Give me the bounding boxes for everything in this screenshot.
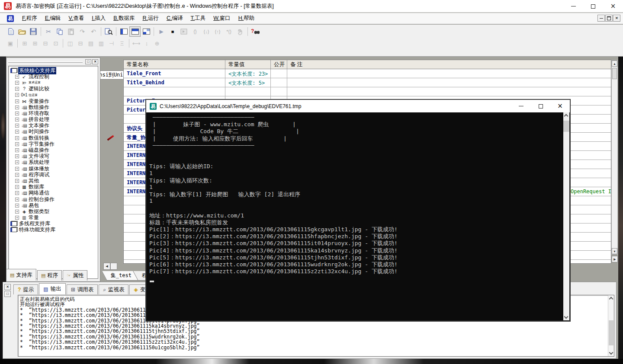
- col-header-remark[interactable]: 备 注: [287, 60, 611, 69]
- size-width-icon[interactable]: ⟷: [131, 38, 141, 48]
- col-header-value[interactable]: 常量值: [225, 60, 271, 69]
- panel-tab[interactable]: ▤ 程序: [37, 270, 62, 281]
- expand-plus-icon[interactable]: +: [15, 105, 19, 109]
- tree-node[interactable]: + ▦ 数据库: [10, 184, 98, 190]
- expand-plus-icon[interactable]: +: [15, 198, 19, 201]
- expand-plus-icon[interactable]: +: [15, 160, 19, 164]
- cell-remark[interactable]: [287, 69, 611, 78]
- paste-icon[interactable]: [65, 26, 77, 37]
- debug-tab[interactable]: ⌕ 监视表: [99, 284, 128, 294]
- panel-grip[interactable]: [8, 61, 83, 63]
- expand-plus-icon[interactable]: +: [15, 216, 19, 220]
- scroll-thumb[interactable]: [110, 263, 117, 270]
- tree-node[interactable]: + ↓▤ 时间操作: [10, 129, 98, 135]
- cell-public[interactable]: [271, 78, 287, 87]
- align-grid-icon[interactable]: ▣: [5, 38, 16, 48]
- scroll-thumb[interactable]: [609, 320, 613, 345]
- panel-tab[interactable]: ☞ 属性: [63, 270, 87, 281]
- debug-tab[interactable]: ▤ 输出: [39, 283, 65, 294]
- stop-icon[interactable]: ■: [167, 26, 178, 37]
- console-minimize-button[interactable]: [511, 100, 531, 112]
- cell-remark[interactable]: [287, 78, 611, 87]
- table-row[interactable]: Tiele_Front <文本长度: 23>: [124, 69, 611, 78]
- align-left-icon[interactable]: ⊞: [19, 38, 30, 48]
- expand-plus-icon[interactable]: +: [15, 173, 19, 177]
- mdi-minimize-button[interactable]: [597, 15, 605, 22]
- expand-plus-icon[interactable]: +: [15, 185, 19, 189]
- expand-plus-icon[interactable]: +: [15, 142, 19, 146]
- console-close-button[interactable]: ×: [550, 100, 570, 112]
- menu-item[interactable]: E.编辑: [41, 13, 65, 23]
- console-vscrollbar[interactable]: [563, 112, 569, 320]
- tree-node[interactable]: + ↓▤ 字节集操作: [10, 141, 98, 147]
- scroll-down-icon[interactable]: [564, 315, 568, 319]
- same-height-icon[interactable]: ▥: [96, 38, 106, 48]
- table-vscrollbar[interactable]: ▲ ▼: [611, 60, 618, 255]
- debug-tab[interactable]: ? 提示: [13, 284, 38, 294]
- menu-item[interactable]: F.程序: [18, 13, 41, 23]
- cell-public[interactable]: [271, 87, 287, 96]
- tree-node[interactable]: + ↙ 流程控制: [10, 73, 98, 80]
- expand-plus-icon[interactable]: +: [15, 124, 19, 128]
- layout-top-pane-icon[interactable]: [129, 26, 141, 37]
- step-into-icon[interactable]: {↓}: [201, 26, 212, 37]
- step-out-icon[interactable]: {↑}: [212, 26, 223, 37]
- debug-panel-close-button[interactable]: ✕: [4, 284, 11, 290]
- maximize-button[interactable]: [583, 0, 603, 13]
- cell-constant-value[interactable]: <文本长度: 5>: [225, 78, 271, 87]
- same-width-icon[interactable]: ▤: [86, 38, 96, 48]
- expand-plus-icon[interactable]: +: [15, 210, 19, 214]
- editor-hscroll[interactable]: ◀: [103, 263, 117, 270]
- expand-plus-icon[interactable]: +: [15, 93, 19, 97]
- scroll-up-icon[interactable]: ▲: [612, 61, 617, 67]
- menu-item[interactable]: T.工具: [186, 13, 209, 23]
- console-titlebar[interactable]: 易 C:\Users\98222\AppData\Local\Temp\e_de…: [146, 100, 570, 112]
- panel-close-button[interactable]: ✕: [92, 59, 98, 64]
- debug-tab[interactable]: ⊞ 调用表: [67, 284, 98, 294]
- expand-plus-icon[interactable]: +: [15, 118, 19, 121]
- tree-node[interactable]: + ⋈ 变量操作: [10, 98, 98, 104]
- tree-node[interactable]: + ↓▤ 文件读写: [10, 153, 98, 160]
- tree-node[interactable]: + ↓▤ 易包: [10, 202, 98, 208]
- panel-tab[interactable]: ▤ 支持库: [6, 269, 36, 281]
- tree-node[interactable]: + ↓▤ 数组操作: [10, 104, 98, 110]
- layout-split-pane-icon[interactable]: [141, 26, 152, 37]
- run-to-cursor-icon[interactable]: *{}: [223, 26, 234, 37]
- menu-item[interactable]: I.插入: [88, 13, 109, 23]
- tree-node[interactable]: + ↓▤ 程序调试: [10, 172, 98, 178]
- cell-constant-name[interactable]: [124, 87, 225, 96]
- pause-hand-icon[interactable]: [234, 26, 246, 37]
- align-right-icon[interactable]: ⊞: [30, 38, 40, 48]
- tree-node[interactable]: + x÷ 算术运算: [10, 80, 98, 86]
- menu-item[interactable]: V.查看: [65, 13, 88, 23]
- menu-item[interactable]: W.窗口: [209, 13, 234, 23]
- mdi-close-button[interactable]: ✕: [613, 15, 620, 22]
- menu-item[interactable]: H.帮助: [234, 13, 259, 23]
- table-row[interactable]: Title_Behind <文本长度: 5>: [124, 78, 611, 87]
- tree-node[interactable]: + ◈ 数据类型: [10, 208, 98, 214]
- scroll-down-icon[interactable]: [609, 351, 613, 355]
- new-file-icon[interactable]: [5, 26, 16, 37]
- space-down-icon[interactable]: Ξ: [117, 38, 127, 48]
- redo-icon[interactable]: ↷: [77, 26, 88, 37]
- undo-icon[interactable]: ↶: [88, 26, 99, 37]
- tree-node[interactable]: + ↓▤ 媒体播放: [10, 166, 98, 172]
- close-button[interactable]: ×: [603, 0, 623, 13]
- step-over-icon[interactable]: {̂}: [189, 26, 201, 37]
- scroll-thumb[interactable]: [563, 121, 569, 132]
- cell-constant-value[interactable]: [225, 87, 271, 96]
- console-output[interactable]: —————————————————————————————— | 妹子图 - w…: [147, 112, 563, 320]
- tree-node[interactable]: + ↓▤ 磁盘操作: [10, 147, 98, 153]
- tree-node[interactable]: + 0+1 位运算: [10, 92, 98, 98]
- col-header-name[interactable]: 常量名称: [124, 60, 225, 69]
- align-bottom-icon[interactable]: ⊡: [51, 38, 61, 48]
- center-vertical-icon[interactable]: ⊟: [75, 38, 86, 48]
- output-vscrollbar[interactable]: [608, 295, 614, 356]
- expand-plus-icon[interactable]: +: [15, 87, 19, 91]
- center-horizontal-icon[interactable]: ◫: [65, 38, 75, 48]
- expand-plus-icon[interactable]: +: [15, 112, 19, 115]
- tree-node[interactable]: + ? 逻辑比较: [10, 86, 98, 92]
- layout-left-pane-icon[interactable]: [118, 26, 129, 37]
- expand-plus-icon[interactable]: +: [15, 148, 19, 152]
- scroll-left-icon[interactable]: ◀: [103, 263, 110, 270]
